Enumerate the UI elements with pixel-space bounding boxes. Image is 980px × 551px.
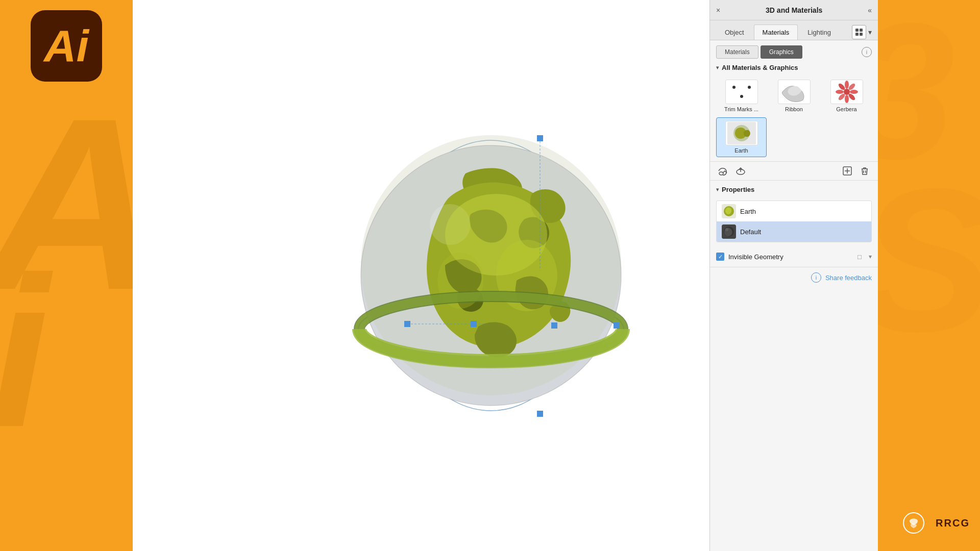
property-list: Earth Default	[716, 201, 872, 242]
right-orange-panel: 3 S RRCG	[878, 0, 980, 551]
svg-rect-18	[855, 29, 859, 32]
svg-rect-19	[860, 29, 863, 32]
delete-graphic-button[interactable]	[857, 164, 872, 178]
svg-rect-15	[537, 411, 543, 417]
globe-svg	[348, 133, 634, 418]
svg-point-23	[748, 86, 751, 89]
bg-letter-s: S	[878, 143, 980, 378]
panel-collapse-button[interactable]: «	[868, 6, 872, 14]
invisible-geometry-label: Invisible Geometry	[728, 253, 850, 261]
properties-header[interactable]: ▾ Properties	[710, 181, 878, 196]
svg-point-25	[844, 89, 850, 95]
svg-rect-12	[537, 135, 543, 141]
invisible-geometry-row: Invisible Geometry □ ▾	[710, 246, 878, 267]
graphic-thumb-gerbera	[830, 80, 863, 104]
graphics-grid: Trim Marks ... Ribbon	[710, 74, 878, 161]
dropdown-arrow[interactable]: ▾	[868, 28, 872, 36]
watermark-rrcg: RRCG	[936, 517, 970, 529]
earth-thumb-svg	[722, 204, 736, 218]
property-earth[interactable]: Earth	[717, 201, 871, 221]
graphic-gerbera[interactable]: Gerbera	[821, 77, 872, 115]
ai-logo: Ai	[31, 10, 102, 82]
property-thumb-default	[722, 224, 736, 239]
svg-point-24	[740, 95, 743, 98]
grid-icon	[855, 28, 863, 36]
svg-point-36	[719, 172, 723, 175]
add-icon	[843, 166, 852, 176]
info-icon-button[interactable]: i	[862, 47, 872, 57]
watermark-logo-svg	[902, 512, 925, 534]
properties-label: Properties	[722, 186, 754, 193]
svg-rect-21	[860, 33, 863, 36]
earth-mini-svg	[727, 122, 756, 144]
panel-titlebar: × 3D and Materials «	[710, 0, 878, 20]
globe-container	[348, 133, 634, 418]
svg-point-26	[845, 81, 849, 89]
selection-handle-l	[551, 322, 557, 329]
ai-logo-text: Ai	[44, 23, 89, 68]
graphic-thumb-earth	[725, 121, 758, 145]
tab-object[interactable]: Object	[716, 24, 753, 40]
panel-title: 3D and Materials	[766, 6, 822, 14]
property-default[interactable]: Default	[717, 221, 871, 242]
canvas-area: × 3D and Materials « Object Materials Li…	[133, 0, 878, 551]
trim-marks-label: Trim Marks ...	[724, 106, 758, 112]
graphic-trim-marks[interactable]: Trim Marks ...	[716, 77, 767, 115]
invisible-geo-arrow[interactable]: ▾	[869, 253, 872, 260]
properties-section: Earth Default	[710, 201, 878, 242]
3d-materials-panel: × 3D and Materials « Object Materials Li…	[709, 0, 878, 551]
apply-to-surface-button[interactable]	[733, 164, 748, 178]
ribbon-label: Ribbon	[785, 106, 803, 112]
panel-body: Materials Graphics i ▾ All Materials & G…	[710, 40, 878, 551]
svg-point-30	[845, 95, 849, 103]
left-bg-decoration: A i	[0, 82, 133, 551]
svg-point-28	[850, 90, 858, 94]
share-feedback-icon: i	[811, 272, 821, 283]
property-earth-label: Earth	[740, 208, 756, 215]
property-thumb-earth	[722, 204, 736, 218]
earth-label: Earth	[734, 147, 748, 154]
subtab-graphics[interactable]: Graphics	[761, 45, 802, 59]
tab-lighting[interactable]: Lighting	[799, 24, 840, 40]
graphic-thumb-ribbon	[778, 80, 811, 104]
share-feedback-row[interactable]: i Share feedback	[710, 267, 878, 288]
add-graphic-button[interactable]	[840, 164, 854, 178]
invisible-geo-info-icon[interactable]: □	[854, 252, 865, 262]
invisible-geometry-checkbox[interactable]	[716, 253, 724, 261]
selection-handle-c	[614, 322, 620, 329]
section-arrow: ▾	[716, 65, 719, 70]
panel-main-tabs: Object Materials Lighting ▾	[710, 20, 878, 40]
toolbar-row	[710, 161, 878, 181]
share-feedback-label: Share feedback	[825, 274, 872, 282]
all-materials-header[interactable]: ▾ All Materials & Graphics	[710, 59, 878, 74]
trim-marks-svg	[729, 82, 754, 102]
svg-point-32	[836, 90, 844, 94]
properties-arrow: ▾	[716, 187, 719, 192]
right-bg-decoration: 3 S	[878, 0, 980, 551]
svg-rect-20	[855, 33, 859, 36]
view-mode-button[interactable]	[852, 25, 866, 39]
graphic-earth[interactable]: Earth	[716, 117, 767, 157]
apply-surface-icon	[735, 166, 746, 176]
delete-icon	[860, 166, 869, 176]
subtab-materials[interactable]: Materials	[716, 45, 758, 59]
left-panel: Ai A i	[0, 0, 133, 551]
watermark-logo	[896, 505, 932, 541]
ribbon-svg	[780, 81, 808, 103]
apply-material-button[interactable]	[716, 164, 730, 178]
graphic-ribbon[interactable]: Ribbon	[769, 77, 819, 115]
gerbera-label: Gerbera	[836, 106, 856, 112]
panel-close-button[interactable]: ×	[716, 6, 720, 14]
bg-letter-i: i	[0, 245, 50, 459]
gerbera-svg	[832, 81, 861, 103]
svg-point-48	[725, 228, 728, 231]
svg-point-22	[732, 86, 736, 89]
apply-icon	[718, 166, 729, 176]
all-materials-label: All Materials & Graphics	[722, 64, 798, 71]
tab-materials[interactable]: Materials	[754, 24, 798, 40]
watermark: RRCG	[896, 505, 970, 541]
watermark-text-block: RRCG	[936, 517, 970, 529]
graphic-thumb-trim	[725, 80, 758, 104]
property-default-label: Default	[740, 228, 761, 236]
default-thumb-svg	[722, 224, 736, 239]
